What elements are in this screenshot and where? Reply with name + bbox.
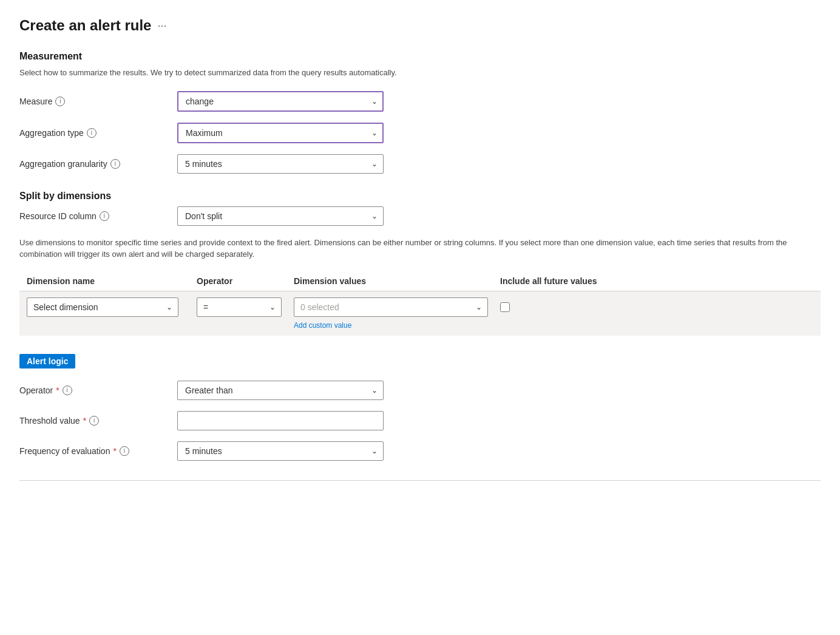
aggregation-type-select[interactable]: Maximum: [177, 123, 384, 143]
aggregation-granularity-select-wrapper: 5 minutes ⌄: [177, 154, 384, 174]
measurement-section: Measurement Select how to summarize the …: [19, 51, 821, 174]
aggregation-type-select-wrapper: Maximum ⌄: [177, 123, 384, 143]
dimensions-table-row: Select dimension ⌄ = ⌄ 0 selected ⌄ Ad: [19, 291, 821, 336]
split-by-dimensions-section: Split by dimensions Resource ID column i…: [19, 191, 821, 336]
dimension-name-cell: Select dimension ⌄: [27, 297, 197, 317]
alert-logic-badge: Alert logic: [19, 354, 75, 368]
frequency-required: *: [113, 446, 116, 456]
alert-operator-select[interactable]: Greater than: [177, 381, 384, 400]
page-title-ellipsis: ···: [157, 19, 166, 32]
frequency-info-icon[interactable]: i: [120, 446, 129, 456]
dimension-values-select-wrapper: 0 selected ⌄: [294, 297, 488, 317]
dim-name-header: Dimension name: [27, 276, 197, 286]
frequency-label: Frequency of evaluation * i: [19, 446, 177, 456]
aggregation-granularity-label: Aggregation granularity i: [19, 159, 177, 169]
alert-logic-section: Alert logic Operator * i Greater than ⌄ …: [19, 348, 821, 461]
page-title: Create an alert rule: [19, 17, 151, 34]
bottom-divider: [19, 480, 821, 481]
aggregation-granularity-info-icon[interactable]: i: [110, 159, 120, 169]
measure-label: Measure i: [19, 97, 177, 106]
operator-header: Operator: [197, 276, 294, 286]
aggregation-granularity-row: Aggregation granularity i 5 minutes ⌄: [19, 154, 821, 174]
resource-id-row: Resource ID column i Don't split ⌄: [19, 206, 821, 226]
measure-info-icon[interactable]: i: [55, 97, 65, 106]
threshold-input[interactable]: [177, 411, 384, 430]
measure-row: Measure i change ⌄: [19, 91, 821, 112]
frequency-select-wrapper: 5 minutes ⌄: [177, 441, 384, 461]
threshold-info-icon[interactable]: i: [89, 416, 99, 426]
aggregation-type-label: Aggregation type i: [19, 128, 177, 138]
measurement-section-desc: Select how to summarize the results. We …: [19, 67, 821, 79]
threshold-label: Threshold value * i: [19, 416, 177, 426]
alert-operator-required: *: [56, 385, 59, 395]
aggregation-granularity-select[interactable]: 5 minutes: [177, 154, 384, 174]
alert-operator-label: Operator * i: [19, 385, 177, 395]
threshold-row: Threshold value * i: [19, 411, 821, 430]
operator-select[interactable]: =: [197, 297, 282, 317]
measure-select[interactable]: change: [177, 91, 384, 112]
split-info-text: Use dimensions to monitor specific time …: [19, 237, 821, 260]
resource-id-select-wrapper: Don't split ⌄: [177, 206, 384, 226]
dimension-name-select[interactable]: Select dimension: [27, 297, 178, 317]
aggregation-type-info-icon[interactable]: i: [87, 128, 97, 138]
measure-select-wrapper: change ⌄: [177, 91, 384, 112]
include-future-header: Include all future values: [500, 276, 813, 286]
dimension-values-cell: 0 selected ⌄ Add custom value: [294, 297, 500, 330]
dim-values-header: Dimension values: [294, 276, 500, 286]
threshold-required: *: [83, 416, 86, 426]
frequency-row: Frequency of evaluation * i 5 minutes ⌄: [19, 441, 821, 461]
include-future-cell: [500, 297, 537, 312]
resource-id-label: Resource ID column i: [19, 211, 177, 221]
dimension-values-select[interactable]: 0 selected: [294, 297, 488, 317]
dimensions-table-header: Dimension name Operator Dimension values…: [19, 271, 821, 291]
add-custom-value-link[interactable]: Add custom value: [294, 321, 500, 330]
operator-cell: = ⌄: [197, 297, 294, 317]
split-section-title: Split by dimensions: [19, 191, 821, 202]
frequency-select[interactable]: 5 minutes: [177, 441, 384, 461]
aggregation-type-row: Aggregation type i Maximum ⌄: [19, 123, 821, 143]
operator-select-wrapper: = ⌄: [197, 297, 282, 317]
dimension-name-select-wrapper: Select dimension ⌄: [27, 297, 178, 317]
include-future-checkbox[interactable]: [500, 302, 510, 312]
alert-operator-select-wrapper: Greater than ⌄: [177, 381, 384, 400]
page-title-container: Create an alert rule ···: [19, 17, 821, 34]
alert-operator-info-icon[interactable]: i: [63, 385, 72, 395]
resource-id-info-icon[interactable]: i: [100, 211, 109, 221]
alert-operator-row: Operator * i Greater than ⌄: [19, 381, 821, 400]
measurement-section-title: Measurement: [19, 51, 821, 62]
resource-id-select[interactable]: Don't split: [177, 206, 384, 226]
